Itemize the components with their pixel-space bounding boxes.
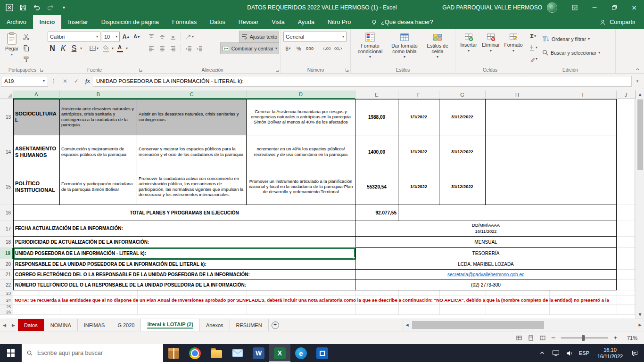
taskbar-app-mail[interactable] xyxy=(227,344,248,362)
taskbar-app-edge[interactable]: e xyxy=(290,344,312,362)
cell-j18[interactable] xyxy=(617,237,636,248)
borders-icon[interactable]: ▾ xyxy=(88,43,99,54)
fill-handle[interactable] xyxy=(354,257,355,259)
format-as-table-button[interactable]: Dar formato como tabla ▾ xyxy=(387,31,422,66)
row-header-15[interactable]: 15 xyxy=(0,169,13,205)
row-header-22[interactable]: 22 xyxy=(0,280,13,290)
cell-c13[interactable]: Asistir en los desastres naturales, cris… xyxy=(137,99,247,135)
cell-periodicidad-value[interactable]: MENSUAL xyxy=(355,237,617,248)
font-color-icon[interactable]: A xyxy=(115,43,124,54)
zoom-in-button[interactable]: + xyxy=(613,334,617,341)
close-button[interactable]: × xyxy=(624,0,644,15)
italic-button[interactable]: K xyxy=(58,43,68,54)
zoom-slider[interactable] xyxy=(561,337,608,338)
cell-d14[interactable]: ncrementar en un 40% los espacios públic… xyxy=(247,135,355,169)
increase-indent-icon[interactable] xyxy=(195,43,204,54)
cancel-icon[interactable]: × xyxy=(59,76,71,87)
tab-insertar[interactable]: Insertar xyxy=(61,15,94,29)
font-dialog-launcher-icon[interactable] xyxy=(139,68,143,72)
cell-telefono-value[interactable]: (02) 2773-300 xyxy=(355,280,617,290)
insert-function-icon[interactable]: fx xyxy=(82,76,93,87)
align-right-icon[interactable] xyxy=(168,43,178,54)
taskbar-app-word[interactable]: W xyxy=(248,344,269,362)
cell-e15[interactable]: 55320,54 xyxy=(355,169,398,205)
row-header-14[interactable]: 14 xyxy=(0,135,13,169)
find-select-button[interactable]: Buscar y seleccionar ▾ xyxy=(540,47,602,58)
tab-nitro-pro[interactable]: Nitro Pro xyxy=(321,15,357,29)
paste-button[interactable]: Pegar ▾ xyxy=(2,31,21,66)
restore-button[interactable] xyxy=(604,0,624,15)
column-header-e[interactable]: E xyxy=(355,90,398,99)
scroll-right-icon[interactable]: ▶ xyxy=(636,323,644,327)
underline-button[interactable]: S xyxy=(69,43,79,54)
decrease-decimal-icon[interactable] xyxy=(333,43,344,54)
tell-me-search[interactable]: ¿Qué desea hacer? xyxy=(371,15,433,29)
taskbar-search[interactable] xyxy=(22,344,163,362)
cell-f13[interactable]: 1/1/2022 xyxy=(398,99,439,135)
scroll-up-icon[interactable]: ▲ xyxy=(636,90,644,99)
sheet-tab-literal-k-lotaip[interactable]: literal k LOTAIP (2) xyxy=(141,319,199,331)
tab-inicio[interactable]: Inicio xyxy=(33,15,62,29)
tab-archivo[interactable]: Archivo xyxy=(0,15,33,29)
save-icon[interactable] xyxy=(17,1,29,14)
column-header-a[interactable]: A xyxy=(13,90,60,99)
row-header-19[interactable]: 19 xyxy=(0,248,13,259)
tab-disposicion[interactable]: Disposición de página xyxy=(95,15,165,29)
collapse-ribbon-icon[interactable] xyxy=(635,67,640,72)
cell-a13[interactable]: SOCIOCULTURAL xyxy=(13,99,60,135)
cell-j14[interactable] xyxy=(617,135,636,169)
page-layout-view-icon[interactable] xyxy=(528,335,534,341)
align-left-icon[interactable] xyxy=(147,43,156,54)
row-header-24[interactable]: 24 xyxy=(0,296,13,304)
cell-telefono-label[interactable]: NÚMERO TELEFÓNICO DEL O LA RESPONSABLE D… xyxy=(13,280,355,290)
number-format-select[interactable]: General▾ xyxy=(283,32,347,41)
cell-j20[interactable] xyxy=(617,259,636,270)
fill-color-icon[interactable] xyxy=(101,43,110,54)
cell-b15[interactable]: Formación y participación ciudadana de l… xyxy=(60,169,137,205)
empty-cells-26[interactable] xyxy=(13,309,636,315)
cell-g14[interactable]: 31/12/2022 xyxy=(439,135,486,169)
column-header-c[interactable]: C xyxy=(137,90,247,99)
align-middle-icon[interactable] xyxy=(157,32,167,42)
name-box[interactable]: A19 ▾ xyxy=(1,76,48,87)
column-header-i[interactable]: I xyxy=(549,90,617,99)
share-button[interactable]: Compartir xyxy=(591,15,644,29)
autosum-button[interactable]: Σ▾ xyxy=(528,31,538,41)
sheet-tab-datos[interactable]: Datos xyxy=(18,319,44,331)
column-header-f[interactable]: F xyxy=(398,90,439,99)
taskbar-app-blue[interactable] xyxy=(312,344,333,362)
clear-icon[interactable]: ▾ xyxy=(528,54,538,64)
cell-j16[interactable] xyxy=(617,205,636,221)
cell-fg16[interactable] xyxy=(398,205,617,221)
tray-volume-icon[interactable] xyxy=(563,344,576,362)
account-name[interactable]: GAD PARROQUIAL VALLE HERMOSO xyxy=(442,4,542,11)
cell-j13[interactable] xyxy=(617,99,636,135)
ribbon-display-options-icon[interactable] xyxy=(565,0,585,15)
search-input[interactable] xyxy=(37,350,146,356)
keyboard-language[interactable]: ESP xyxy=(577,350,592,356)
cell-a15[interactable]: POLÍTICO INSTITUCIONAL xyxy=(13,169,60,205)
align-top-icon[interactable] xyxy=(147,32,156,42)
sort-filter-button[interactable]: Ordenar y filtrar ▾ xyxy=(540,33,602,44)
row-header-23[interactable]: 23 xyxy=(0,290,13,296)
cell-j17[interactable] xyxy=(617,221,636,237)
cell-f15[interactable]: 1/1/2022 xyxy=(398,169,439,205)
empty-cells-23[interactable] xyxy=(13,290,636,296)
cell-correo-label[interactable]: CORREO ELECTRÓNICO DEL O LA RESPONSABLE … xyxy=(13,270,355,280)
email-link[interactable]: secretaria@gadvallehermoso.gob.ec xyxy=(447,272,524,278)
row-header-26[interactable]: 26 xyxy=(0,309,13,315)
cell-styles-button[interactable]: Estilos de celda ▾ xyxy=(422,31,453,66)
percent-format-button[interactable]: % xyxy=(294,43,304,54)
cell-j22[interactable] xyxy=(617,280,636,290)
clipboard-dialog-launcher-icon[interactable] xyxy=(40,68,44,72)
increase-decimal-icon[interactable] xyxy=(321,43,332,54)
cut-icon[interactable] xyxy=(21,32,31,42)
cell-j19[interactable] xyxy=(617,248,636,259)
scroll-left-icon[interactable]: ◀ xyxy=(403,323,411,327)
taskbar-app-excel[interactable]: X xyxy=(269,344,290,362)
horizontal-scrollbar[interactable]: ◀ ▶ xyxy=(403,319,644,331)
column-header-j[interactable]: J xyxy=(617,90,636,99)
row-header-25[interactable]: 25 xyxy=(0,304,13,309)
sheet-tab-nomina[interactable]: NOMINA xyxy=(44,319,78,331)
qat-customize-icon[interactable]: ▾ xyxy=(58,1,70,14)
